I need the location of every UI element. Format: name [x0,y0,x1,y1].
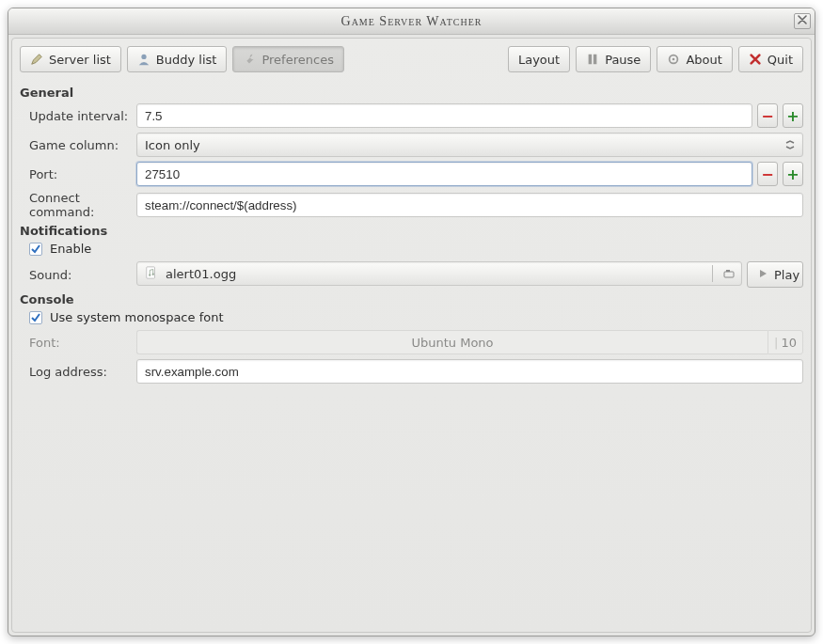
client-area: Server list Buddy list Preferences Layou… [11,38,812,633]
titlebar: Game Server Watcher [8,8,815,35]
layout-label: Layout [518,53,560,67]
plus-icon: + [786,165,799,183]
preferences-label: Preferences [261,53,333,67]
update-interval-label: Update interval: [20,109,129,123]
svg-rect-8 [724,272,734,277]
section-notifications-heading: Notifications [20,224,803,238]
play-label: Play [774,268,799,282]
audio-file-icon [145,266,158,282]
enable-notifications-label: Enable [50,242,91,256]
sound-file-chooser[interactable]: alert01.ogg [136,261,742,286]
font-size-display: |10 [768,330,803,354]
section-console-heading: Console [20,292,803,306]
row-game-column: Game column: Icon only [20,133,803,157]
row-use-monospace[interactable]: Use system monospace font [20,310,803,324]
quit-button[interactable]: Quit [738,46,803,72]
enable-notifications-checkbox[interactable] [29,243,42,256]
port-label: Port: [20,167,129,181]
preferences-content: General Update interval: − + Game column… [12,80,811,632]
gear-icon [667,53,680,66]
update-interval-increment[interactable]: + [783,103,803,128]
svg-rect-1 [589,55,593,65]
svg-point-4 [673,58,675,61]
pause-button[interactable]: Pause [576,46,651,72]
connect-command-label: Connect command: [20,191,129,219]
connect-command-input[interactable] [136,193,803,217]
row-update-interval: Update interval: − + [20,103,803,128]
person-icon [137,53,150,66]
svg-rect-9 [726,270,730,272]
file-open-icon [720,268,737,279]
sound-label: Sound: [20,268,129,282]
sound-file-name: alert01.ogg [166,267,704,281]
svg-point-6 [149,274,150,275]
buddy-list-button[interactable]: Buddy list [127,46,228,72]
about-label: About [686,53,721,67]
wrench-icon [243,53,256,66]
pencil-icon [30,53,43,66]
quit-icon [749,53,762,66]
preferences-button[interactable]: Preferences [232,46,343,72]
svg-point-7 [152,273,154,275]
plus-icon: + [786,107,799,125]
font-label: Font: [20,336,129,350]
port-increment[interactable]: + [783,162,803,186]
row-enable-notifications[interactable]: Enable [20,242,803,256]
game-column-select[interactable]: Icon only [136,133,803,157]
svg-rect-2 [594,55,597,65]
svg-point-0 [141,55,146,59]
server-list-button[interactable]: Server list [20,46,121,72]
check-icon [30,312,41,323]
row-sound: Sound: alert01.ogg [20,261,803,288]
buddy-list-label: Buddy list [156,53,217,67]
port-decrement[interactable]: − [757,162,778,186]
update-interval-decrement[interactable]: − [757,103,778,128]
server-list-label: Server list [49,53,111,67]
play-icon [757,268,768,282]
window-title: Game Server Watcher [341,14,483,29]
row-font: Font: Ubuntu Mono |10 [20,330,803,354]
port-input[interactable] [136,162,752,186]
use-monospace-checkbox[interactable] [29,311,42,324]
chevron-down-icon [783,138,797,151]
play-sound-button[interactable]: Play [747,261,803,288]
check-icon [30,243,41,255]
game-column-value: Icon only [145,138,200,152]
about-button[interactable]: About [657,46,732,72]
pause-icon [586,53,599,66]
app-window: Game Server Watcher Server list Buddy li… [8,8,815,636]
use-monospace-label: Use system monospace font [50,310,224,324]
minus-icon: − [761,165,773,183]
toolbar: Server list Buddy list Preferences Layou… [12,39,811,80]
row-log-address: Log address: [20,359,803,384]
font-chooser: Ubuntu Mono |10 [136,330,803,354]
layout-button[interactable]: Layout [508,46,570,72]
update-interval-input[interactable] [136,103,752,128]
log-address-input[interactable] [136,359,803,384]
log-address-label: Log address: [20,365,129,379]
quit-label: Quit [768,53,793,67]
section-general-heading: General [20,86,803,100]
minus-icon: − [761,107,773,125]
row-port: Port: − + [20,162,803,186]
font-name-display: Ubuntu Mono [136,330,768,354]
row-connect-command: Connect command: [20,191,803,219]
close-icon [798,14,807,28]
window-close-button[interactable] [794,13,811,29]
game-column-label: Game column: [20,138,129,152]
pause-label: Pause [605,53,641,67]
